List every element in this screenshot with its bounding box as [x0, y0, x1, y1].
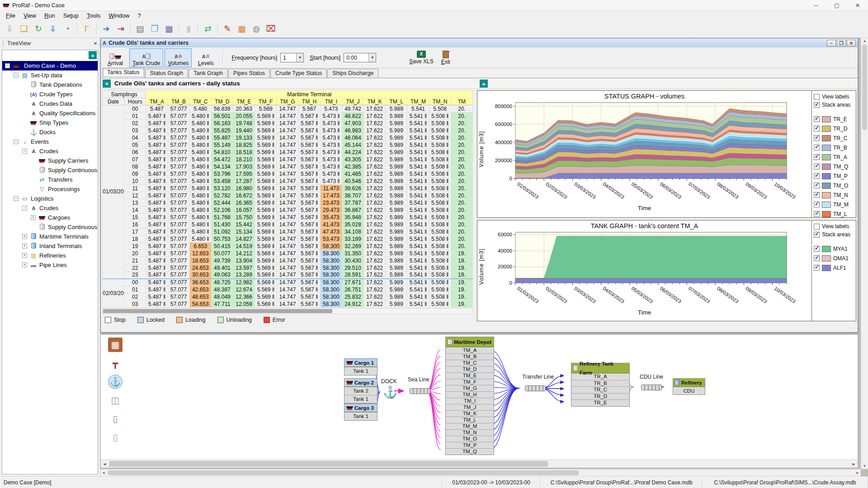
tree-item-tank-operations[interactable]: Tank Operations [2, 80, 98, 89]
tree-item-refineries[interactable]: +▥Refineries [2, 251, 98, 260]
tree-item-crudes[interactable]: −ACrudes [2, 146, 98, 156]
dock-node[interactable]: ⚓ [383, 385, 397, 399]
expand-icon[interactable]: + [22, 244, 27, 249]
collapse-icon[interactable]: − [22, 206, 27, 211]
refinery-tank-farm-node[interactable]: Refinery Tank FarmTR_ATR_BTR_CTR_DTR_E [571, 363, 630, 407]
scroll-left-icon[interactable]: ◄ [102, 471, 105, 475]
node-row-tm_l[interactable]: TM_L [446, 417, 494, 423]
node-row-tm_j[interactable]: TM_J [446, 404, 494, 410]
tree-item-demo-case-demo[interactable]: −Demo Case - Demo [2, 61, 98, 70]
mdi-vscrollbar[interactable]: ▲▼ [861, 38, 868, 469]
node-row-tm_q[interactable]: TM_Q [446, 448, 494, 455]
node-row-tank 1[interactable]: Tank 1 [344, 367, 377, 375]
charts-expand-button[interactable]: » [480, 80, 488, 88]
scroll-up-icon[interactable]: ▲ [863, 39, 867, 43]
node-row-tm_k[interactable]: TM_K [446, 410, 494, 417]
series-checkbox[interactable] [814, 246, 820, 252]
series-checkbox[interactable] [814, 116, 820, 122]
tree-item-cargoes[interactable]: +Cargoes [2, 213, 98, 222]
tree-item-crudes[interactable]: −ACrudes [2, 203, 98, 213]
scroll-right-icon[interactable]: ► [856, 471, 859, 475]
node-row-tm_n[interactable]: TM_N [446, 429, 494, 436]
node-row-tm_i[interactable]: TM_I [446, 398, 494, 404]
collapse-icon[interactable]: − [22, 149, 27, 154]
collapse-icon[interactable]: − [14, 139, 19, 144]
scroll-down-icon[interactable]: ▼ [863, 464, 867, 468]
node-row-cdu[interactable]: CDU [673, 387, 705, 394]
legend-loading-swatch[interactable] [176, 317, 183, 323]
globe-icon[interactable]: ◍ [250, 22, 263, 36]
tree-item-events[interactable]: −↓Events [2, 137, 98, 146]
node-row-tm_g[interactable]: TM_G [446, 385, 494, 391]
menu-item-file[interactable]: File [2, 11, 19, 20]
node-row-tank 1[interactable]: Tank 1 [344, 412, 377, 420]
node-row-tr_e[interactable]: TR_E [571, 399, 629, 406]
child-close-button[interactable]: ✕ [847, 40, 856, 47]
series-checkbox[interactable] [814, 173, 820, 179]
node-row-tm_d[interactable]: TM_D [446, 366, 494, 372]
tank-grid-icon[interactable]: ▦ [235, 22, 249, 36]
tab-tank-graph[interactable]: Tank Graph [189, 69, 228, 78]
view-labels-checkbox[interactable] [814, 94, 820, 100]
minimize-button[interactable]: ─ [806, 0, 826, 10]
volumes-button[interactable]: A⊖Volumes [165, 48, 192, 67]
cargo-1-node[interactable]: Cargo 1Tank 1 [344, 358, 377, 375]
menu-item-[interactable]: ? [133, 11, 145, 20]
drum-tool-icon[interactable]: ▯ [108, 430, 123, 445]
column-header-tm[interactable]: TM [451, 98, 472, 105]
tab-ships-discharge[interactable]: Ships Discharge [327, 69, 378, 78]
tree-item-logistics[interactable]: −▭Logistics [2, 194, 98, 203]
tree-item-crudes-data[interactable]: ACrudes Data [2, 99, 98, 108]
series-checkbox[interactable] [814, 164, 820, 169]
series-checkbox[interactable] [814, 145, 820, 150]
column-header-tm_e[interactable]: TM_E [233, 98, 255, 105]
node-row-tr_c[interactable]: TR_C [571, 386, 629, 393]
levels-button[interactable]: A≣Levels [193, 48, 218, 67]
open-case-icon[interactable]: ❏ [17, 22, 31, 36]
column-header-tm_n[interactable]: TM_N [429, 98, 451, 105]
column-header-tm_g[interactable]: TM_G [277, 98, 298, 105]
cargo-3-node[interactable]: Cargo 3Tank 1 [344, 404, 377, 421]
expand-icon[interactable]: + [22, 253, 27, 258]
node-row-tank 2[interactable]: Tank 2 [344, 387, 377, 395]
node-row-tm_f[interactable]: TM_F [446, 379, 494, 385]
node-row-tm_h[interactable]: TM_H [446, 391, 494, 398]
maximize-button[interactable]: ▢ [826, 0, 847, 10]
refinery-node[interactable]: RefineryCDU [673, 378, 705, 395]
crane-icon[interactable]: Γ [80, 22, 94, 36]
child-minimize-button[interactable]: – [827, 40, 836, 47]
series-checkbox[interactable] [814, 135, 820, 141]
legend-error-swatch[interactable] [264, 317, 270, 323]
legend-stop-swatch[interactable] [105, 317, 111, 323]
pipe-tool-icon[interactable]: ┳ [108, 356, 123, 371]
dock-tool-icon[interactable]: ⚓ [108, 375, 123, 389]
series-checkbox[interactable] [814, 255, 820, 261]
tree-item-pipe-lines[interactable]: +▬Pipe Lines [2, 260, 98, 270]
series-checkbox[interactable] [814, 183, 820, 188]
diagram-hscrollbar[interactable]: ◄ ► [101, 460, 858, 468]
node-row-tm_o[interactable]: TM_O [446, 436, 494, 442]
import-tank-icon[interactable]: ⇓ [46, 22, 60, 36]
node-row-tr_d[interactable]: TR_D [571, 393, 629, 400]
back-button[interactable]: « [103, 80, 111, 88]
expand-icon[interactable]: + [31, 215, 36, 220]
crate-tool-icon[interactable]: ▦ [108, 338, 123, 352]
column-header-tm_l[interactable]: TM_L [386, 98, 407, 105]
tree-item-set-up-data[interactable]: −▤Set-Up data [2, 70, 98, 80]
tab-crude-type-status[interactable]: Crude Type Status [270, 69, 327, 78]
chevron-down-icon[interactable]: ▼ [368, 53, 376, 62]
close-button[interactable]: ✕ [847, 0, 868, 10]
collapse-icon[interactable]: − [5, 63, 10, 68]
series-checkbox[interactable] [814, 192, 820, 198]
series-checkbox[interactable] [814, 211, 820, 217]
column-header-tm_m[interactable]: TM_M [407, 98, 429, 105]
column-header-tm_c[interactable]: TM_C [189, 98, 211, 105]
tree-item-docks[interactable]: ⚓Docks [2, 127, 98, 137]
treeview-close-icon[interactable]: × [94, 40, 97, 47]
column-header-tm_f[interactable]: TM_F [255, 98, 277, 105]
node-row-tank 1[interactable]: Tank 1 [344, 395, 377, 403]
save-xls-button[interactable]: XSave XLS [409, 51, 433, 65]
node-row-tm_m[interactable]: TM_M [446, 423, 494, 429]
tank-tool-icon[interactable]: ▯ [108, 412, 123, 426]
close-monitor-icon[interactable]: ⌧ [264, 22, 278, 36]
